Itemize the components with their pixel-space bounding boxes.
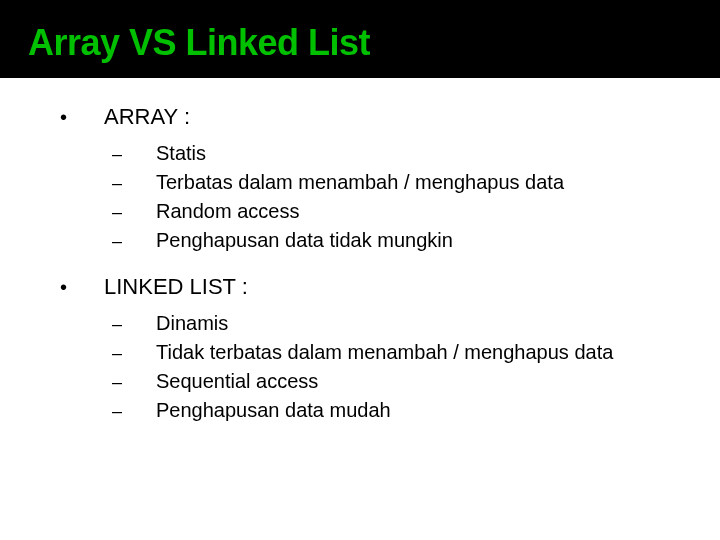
dash-icon: – — [112, 372, 156, 393]
dash-icon: – — [112, 314, 156, 335]
list-item-text: Terbatas dalam menambah / menghapus data — [156, 171, 564, 194]
dash-icon: – — [112, 343, 156, 364]
section-head: • ARRAY : — [60, 104, 680, 130]
dash-icon: – — [112, 202, 156, 223]
slide-header: Array VS Linked List — [0, 0, 720, 78]
dash-icon: – — [112, 401, 156, 422]
list-item: – Tidak terbatas dalam menambah / mengha… — [112, 341, 680, 364]
list-item-text: Random access — [156, 200, 299, 223]
dash-icon: – — [112, 231, 156, 252]
dash-icon: – — [112, 173, 156, 194]
list-item: – Penghapusan data tidak mungkin — [112, 229, 680, 252]
slide-content: • ARRAY : – Statis – Terbatas dalam mena… — [0, 78, 720, 422]
section-label: ARRAY : — [104, 104, 190, 130]
list-item-text: Dinamis — [156, 312, 228, 335]
list-item-text: Statis — [156, 142, 206, 165]
section-head: • LINKED LIST : — [60, 274, 680, 300]
list-item: – Statis — [112, 142, 680, 165]
section-label: LINKED LIST : — [104, 274, 248, 300]
list-item-text: Sequential access — [156, 370, 318, 393]
bullet-icon: • — [60, 276, 104, 299]
list-item: – Terbatas dalam menambah / menghapus da… — [112, 171, 680, 194]
list-item-text: Penghapusan data mudah — [156, 399, 391, 422]
dash-icon: – — [112, 144, 156, 165]
bullet-icon: • — [60, 106, 104, 129]
list-item: – Random access — [112, 200, 680, 223]
list-item: – Penghapusan data mudah — [112, 399, 680, 422]
slide-title: Array VS Linked List — [28, 22, 692, 64]
list-item: – Dinamis — [112, 312, 680, 335]
list-item-text: Tidak terbatas dalam menambah / menghapu… — [156, 341, 613, 364]
section-array: • ARRAY : – Statis – Terbatas dalam mena… — [40, 104, 680, 252]
list-item-text: Penghapusan data tidak mungkin — [156, 229, 453, 252]
list-item: – Sequential access — [112, 370, 680, 393]
section-linked-list: • LINKED LIST : – Dinamis – Tidak terbat… — [40, 274, 680, 422]
